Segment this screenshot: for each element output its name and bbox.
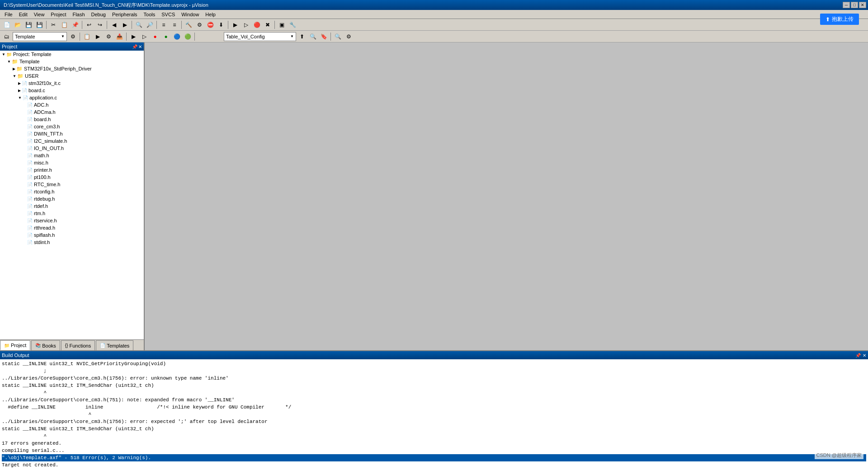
build-button[interactable]: 🔨	[184, 20, 193, 30]
unindent-button[interactable]: ≡	[170, 20, 179, 30]
settings-button[interactable]: ⚙	[344, 32, 354, 42]
target-options-button[interactable]: ⚙	[68, 32, 78, 42]
menu-flash[interactable]: Flash	[70, 11, 88, 18]
debug2-button[interactable]: ▷	[241, 20, 251, 30]
project-tree[interactable]: ▼📁Project: Template▼📁Template▶📁STM32F10x…	[0, 51, 144, 339]
tree-node[interactable]: ▼📁USER	[0, 72, 144, 80]
tree-node[interactable]: ▶📄RTC_time.h	[0, 181, 144, 188]
tree-node[interactable]: ▶📄stm32f10x_it.c	[0, 80, 144, 87]
tree-node[interactable]: ▶📄misc.h	[0, 159, 144, 166]
toggle1-button[interactable]: 📋	[82, 32, 92, 42]
maximize-button[interactable]: □	[851, 2, 858, 8]
clear-button[interactable]: ✖	[263, 20, 273, 30]
menu-view[interactable]: View	[31, 11, 47, 18]
toggle2-button[interactable]: ▶	[93, 32, 103, 42]
panel-tab-templates[interactable]: 📄Templates	[96, 340, 133, 350]
tree-node[interactable]: ▶📄IO_IN_OUT.h	[0, 145, 144, 152]
tree-node[interactable]: ▶📄rtdef.h	[0, 202, 144, 210]
find2-button[interactable]: 🔎	[145, 20, 155, 30]
menu-edit[interactable]: Edit	[16, 11, 30, 18]
panel-pin-button[interactable]: 📌	[132, 44, 137, 49]
paste-button[interactable]: 📌	[70, 20, 80, 30]
minimize-button[interactable]: ─	[843, 2, 850, 8]
nav-back-button[interactable]: ◀	[109, 20, 119, 30]
run3-button[interactable]: ●	[150, 32, 160, 42]
tree-node[interactable]: ▶📄board.h	[0, 116, 144, 123]
redo-button[interactable]: ↪	[95, 20, 105, 30]
panel-tab-functions[interactable]: {}Functions	[61, 340, 95, 350]
menu-file[interactable]: File	[2, 11, 15, 18]
run5-button[interactable]: 🔵	[172, 32, 182, 42]
tree-node[interactable]: ▶📄rtservice.h	[0, 217, 144, 224]
save-button[interactable]: 💾	[24, 20, 33, 30]
toggle4-button[interactable]: 📥	[114, 32, 124, 42]
tree-node[interactable]: ▶📄core_cm3.h	[0, 123, 144, 130]
tree-node[interactable]: ▶📄math.h	[0, 152, 144, 159]
options-button[interactable]: 🔧	[288, 20, 297, 30]
tree-node[interactable]: ▶📄rtdebug.h	[0, 195, 144, 202]
menu-debug[interactable]: Debug	[89, 11, 108, 18]
run4-button[interactable]: ●	[161, 32, 171, 42]
build-close-button[interactable]: ✕	[863, 353, 866, 358]
left-panel: Project 📌 ✕ ▼📁Project: Template▼📁Templat…	[0, 42, 145, 350]
window-select[interactable]: ▣	[277, 20, 287, 30]
tree-node[interactable]: ▶📄rtm.h	[0, 210, 144, 217]
save-all-button[interactable]: 💾	[34, 20, 44, 30]
func-go-button[interactable]: ⬆	[297, 32, 307, 42]
func-search-button[interactable]: 🔍	[308, 32, 318, 42]
toggle3-button[interactable]: ⚙	[104, 32, 113, 42]
run1-button[interactable]: ▶	[128, 32, 138, 42]
tree-node[interactable]: ▶📄ADC.h	[0, 101, 144, 108]
upload-button[interactable]: ⬆ 抱歉上传	[820, 14, 859, 25]
menu-svcs[interactable]: SVCS	[159, 11, 178, 18]
tree-node[interactable]: ▼📄application.c	[0, 94, 144, 101]
cut-button[interactable]: ✂	[48, 20, 58, 30]
tree-node[interactable]: ▶📄printer.h	[0, 166, 144, 174]
breakpoint-button[interactable]: 🔴	[252, 20, 262, 30]
panel-tab-project[interactable]: 📁Project	[0, 340, 30, 350]
menu-peripherals[interactable]: Peripherals	[109, 11, 140, 18]
tree-node[interactable]: ▶📄I2C_simulate.h	[0, 137, 144, 145]
function-dropdown[interactable]: Table_Vol_Config ▼	[224, 32, 296, 41]
title-bar: D:\SystemUser\Documents\Keil Test\MSI.N_…	[0, 0, 868, 10]
panel-title: Project	[2, 44, 17, 49]
indent-button[interactable]: ≡	[159, 20, 169, 30]
rebuild-button[interactable]: ⚙	[194, 20, 204, 30]
run2-button[interactable]: ▷	[139, 32, 149, 42]
window-controls: ─ □ ✕	[843, 2, 866, 8]
project-icon-button[interactable]: 🗂	[2, 32, 12, 42]
tree-node[interactable]: ▶📄rtthread.h	[0, 224, 144, 231]
stop-button[interactable]: ⛔	[205, 20, 215, 30]
nav-forward-button[interactable]: ▶	[120, 20, 130, 30]
tree-node[interactable]: ▶📁STM32F10x_StdPeriph_Driver	[0, 65, 144, 72]
run6-button[interactable]: 🟢	[183, 32, 193, 42]
open-file-button[interactable]: 📂	[13, 20, 23, 30]
tree-node[interactable]: ▶📄DWIN_TFT.h	[0, 130, 144, 137]
tree-node[interactable]: ▶📄rtconfig.h	[0, 188, 144, 195]
zoom-button[interactable]: 🔍	[333, 32, 343, 42]
tree-node[interactable]: ▶📄pt100.h	[0, 174, 144, 181]
tree-node[interactable]: ▶📄spiflash.h	[0, 231, 144, 239]
tree-node[interactable]: ▶📄stdint.h	[0, 239, 144, 246]
tree-node[interactable]: ▶📄ADCma.h	[0, 108, 144, 116]
menu-window[interactable]: Window	[179, 11, 202, 18]
close-button[interactable]: ✕	[859, 2, 866, 8]
panel-tab-books[interactable]: 📚Books	[31, 340, 60, 350]
menu-tools[interactable]: Tools	[141, 11, 158, 18]
target-dropdown[interactable]: Template ▼	[13, 32, 67, 41]
debug-button[interactable]: ▶	[230, 20, 240, 30]
copy-button[interactable]: 📋	[59, 20, 69, 30]
build-pin-button[interactable]: 📌	[855, 353, 861, 358]
new-file-button[interactable]: 📄	[2, 20, 12, 30]
menu-help[interactable]: Help	[203, 11, 218, 18]
find-button[interactable]: 🔍	[134, 20, 144, 30]
tree-node[interactable]: ▼📁Project: Template	[0, 51, 144, 58]
func-bookmark-button[interactable]: 🔖	[319, 32, 329, 42]
undo-button[interactable]: ↩	[84, 20, 94, 30]
download-button[interactable]: ⬇	[216, 20, 226, 30]
toolbar-sep6	[181, 21, 182, 29]
tree-node[interactable]: ▶📄board.c	[0, 87, 144, 94]
menu-project[interactable]: Project	[48, 11, 69, 18]
tree-node[interactable]: ▼📁Template	[0, 58, 144, 65]
panel-close-button[interactable]: ✕	[138, 44, 142, 49]
